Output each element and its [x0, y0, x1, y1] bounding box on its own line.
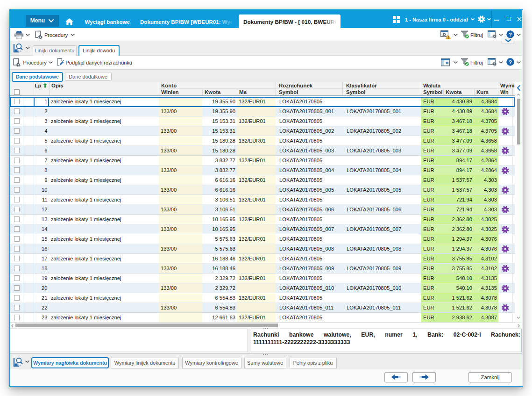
svg-text:?: ? — [509, 59, 512, 65]
svg-text:?: ? — [509, 31, 512, 37]
